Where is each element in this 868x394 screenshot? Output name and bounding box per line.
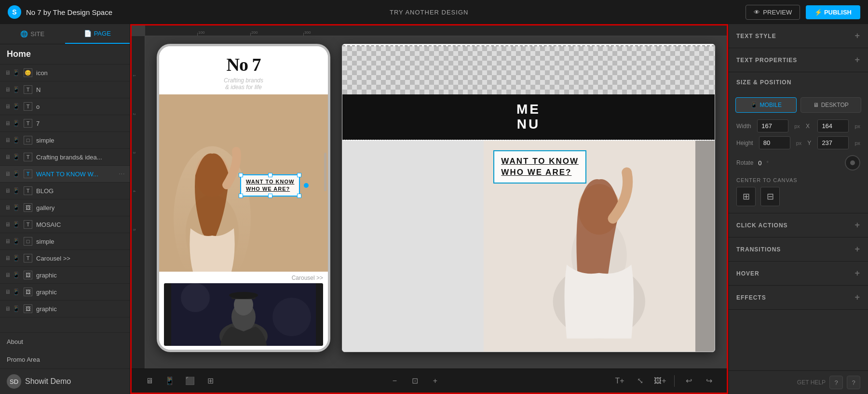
desktop-want-box[interactable]: WANT TO KNOW WHO WE ARE? bbox=[493, 150, 586, 184]
hover-toggle[interactable]: + bbox=[854, 268, 860, 278]
selected-text-element[interactable]: WANT TO KNOW WHO WE ARE? bbox=[240, 174, 300, 197]
handle-bc[interactable] bbox=[268, 194, 272, 198]
text-properties-header[interactable]: TEXT PROPERTIES + bbox=[729, 48, 868, 72]
width-input[interactable] bbox=[757, 119, 788, 132]
resize-btn[interactable]: ⤡ bbox=[632, 373, 648, 389]
sidebar-item-graphic2[interactable]: 🖥 📱 🖼 graphic bbox=[0, 284, 130, 301]
ruler-horizontal: 100 200 300 bbox=[145, 26, 727, 36]
sidebar-item-mosaic[interactable]: 🖥 📱 T MOSAIC bbox=[0, 216, 130, 233]
undo-btn[interactable]: ↩ bbox=[680, 373, 697, 389]
handle-tc[interactable] bbox=[268, 173, 272, 177]
phone-main-image: WANT TO KNOW WHO WE ARE? bbox=[159, 94, 328, 272]
sidebar-item-about[interactable]: About bbox=[0, 333, 130, 351]
sidebar-item-promo[interactable]: Promo Area bbox=[0, 351, 130, 368]
sidebar-item-gallery[interactable]: 🖥 📱 🖼 gallery bbox=[0, 199, 130, 216]
item-label-blog: BLOG bbox=[36, 187, 125, 195]
text-style-header[interactable]: TEXT STYLE + bbox=[729, 24, 868, 48]
sidebar-item-simple2[interactable]: 🖥 📱 □ simple bbox=[0, 233, 130, 250]
rotate-section: Rotate 0 ° bbox=[729, 151, 868, 174]
svg-point-4 bbox=[272, 298, 311, 336]
desktop-view-btn[interactable]: 🖥 bbox=[141, 373, 158, 389]
sidebar-item-graphic3[interactable]: 🖥 📱 🖼 graphic bbox=[0, 301, 130, 317]
sidebar-item-want[interactable]: 🖥 📱 T WANT TO KNOW W... ··· bbox=[0, 166, 130, 183]
text-properties-toggle[interactable]: + bbox=[854, 55, 860, 65]
handle-tl[interactable] bbox=[239, 173, 243, 177]
desktop-right-col: WANT TO KNOW WHO WE ARE? bbox=[484, 141, 715, 352]
transitions-toggle[interactable]: + bbox=[854, 244, 860, 254]
topbar: S No 7 by The Design Space TRY ANOTHER D… bbox=[0, 0, 868, 24]
center-v-btn[interactable]: ⊟ bbox=[760, 187, 780, 206]
item-type-box2: □ bbox=[24, 237, 32, 246]
center-h-btn[interactable]: ⊞ bbox=[736, 187, 756, 206]
mobile-toggle-btn[interactable]: 📱 MOBILE bbox=[735, 97, 797, 113]
zoom-fit-btn[interactable]: ⊡ bbox=[407, 373, 423, 389]
scrollbar-handle[interactable] bbox=[324, 153, 326, 191]
man-svg bbox=[171, 283, 316, 346]
height-input[interactable] bbox=[759, 136, 790, 149]
x-unit: px bbox=[854, 123, 860, 129]
multi-select-btn[interactable]: ⊞ bbox=[202, 373, 218, 389]
sidebar-item-7[interactable]: 🖥 📱 T 7 bbox=[0, 115, 130, 132]
mobile-view-btn[interactable]: 📱 bbox=[162, 373, 178, 389]
preview-button[interactable]: 👁 PREVIEW bbox=[746, 5, 800, 20]
phone-mockup: No 7 Crafting brands & ideas for life bbox=[157, 44, 330, 352]
effects-toggle[interactable]: + bbox=[854, 292, 860, 302]
item-label-graphic2: graphic bbox=[36, 289, 125, 296]
zoom-out-btn[interactable]: − bbox=[387, 373, 403, 389]
sidebar-item-graphic1[interactable]: 🖥 📱 🖼 graphic bbox=[0, 267, 130, 284]
publish-button[interactable]: ⚡ PUBLISH bbox=[806, 5, 860, 19]
sidebar-bottom: About Promo Area SD Showit Demo bbox=[0, 332, 130, 394]
phone-bottom: Carousel >> bbox=[159, 272, 328, 350]
handle-bl[interactable] bbox=[239, 194, 243, 198]
tab-page[interactable]: 📄 PAGE bbox=[65, 24, 130, 44]
effects-label: EFFECTS bbox=[736, 294, 766, 301]
rotate-dial[interactable] bbox=[845, 155, 860, 171]
sidebar-item-carousel[interactable]: 🖥 📱 T Carousel >> bbox=[0, 250, 130, 267]
sidebar-item-simple1[interactable]: 🖥 📱 □ simple bbox=[0, 132, 130, 149]
rotate-unit: ° bbox=[767, 160, 769, 166]
woman-svg bbox=[164, 137, 260, 272]
item-label-graphic3: graphic bbox=[36, 305, 125, 313]
effects-header[interactable]: EFFECTS + bbox=[729, 286, 868, 309]
help-btn-1[interactable]: ? bbox=[829, 376, 843, 389]
redo-btn[interactable]: ↪ bbox=[701, 373, 717, 389]
canvas-area: 100 200 300 1 2 3 4 5 bbox=[132, 26, 727, 368]
sidebar-item-n[interactable]: 🖥 📱 T N bbox=[0, 81, 130, 98]
phone-logo: No 7 bbox=[227, 54, 261, 75]
zoom-tools: − ⊡ + bbox=[387, 373, 444, 389]
fullscreen-btn[interactable]: ⬛ bbox=[182, 373, 198, 389]
help-btn-2[interactable]: ? bbox=[847, 376, 860, 389]
text-style-toggle[interactable]: + bbox=[854, 31, 860, 41]
click-actions-toggle[interactable]: + bbox=[854, 220, 860, 230]
sidebar-item-crafting[interactable]: 🖥 📱 T Crafting brands& idea... bbox=[0, 149, 130, 166]
x-input[interactable] bbox=[817, 119, 849, 132]
item-type-img4: 🖼 bbox=[24, 304, 32, 313]
item-more-options[interactable]: ··· bbox=[119, 170, 125, 178]
item-type-text5: T bbox=[24, 170, 32, 178]
click-actions-header[interactable]: CLICK ACTIONS + bbox=[729, 213, 868, 237]
transitions-header[interactable]: TRANSITIONS + bbox=[729, 237, 868, 261]
try-another-design[interactable]: TRY ANOTHER DESIGN bbox=[390, 9, 468, 16]
handle-br[interactable] bbox=[297, 194, 301, 198]
get-help-label: GET HELP bbox=[797, 379, 826, 386]
desktop-toggle-btn[interactable]: 🖥 DESKTOP bbox=[800, 97, 862, 113]
ruler-vertical: 1 2 3 4 5 bbox=[132, 36, 145, 368]
hover-header[interactable]: HOVER + bbox=[729, 262, 868, 285]
right-panel: TEXT STYLE + TEXT PROPERTIES + SIZE & PO… bbox=[728, 24, 868, 394]
phone-tagline: Crafting brands & ideas for life bbox=[224, 77, 263, 91]
sidebar-item-blog[interactable]: 🖥 📱 T BLOG bbox=[0, 183, 130, 199]
sidebar-item-icon[interactable]: 🖥 📱 😊 icon bbox=[0, 65, 130, 81]
handle-mr[interactable] bbox=[304, 183, 309, 188]
transitions-label: TRANSITIONS bbox=[736, 246, 781, 253]
item-type-icon: 😊 bbox=[24, 68, 32, 77]
phone-carousel-label: Carousel >> bbox=[164, 274, 323, 283]
y-input[interactable] bbox=[817, 136, 849, 149]
sidebar-item-o[interactable]: 🖥 📱 T o bbox=[0, 98, 130, 115]
app-logo: S bbox=[8, 5, 21, 19]
add-text-btn[interactable]: T+ bbox=[611, 373, 628, 389]
tab-site[interactable]: 🌐 SITE bbox=[0, 24, 65, 44]
handle-tr[interactable] bbox=[297, 173, 301, 177]
zoom-in-btn[interactable]: + bbox=[427, 373, 444, 389]
add-image-btn[interactable]: 🖼+ bbox=[652, 373, 668, 389]
size-position-label: SIZE & POSITION bbox=[736, 79, 791, 86]
